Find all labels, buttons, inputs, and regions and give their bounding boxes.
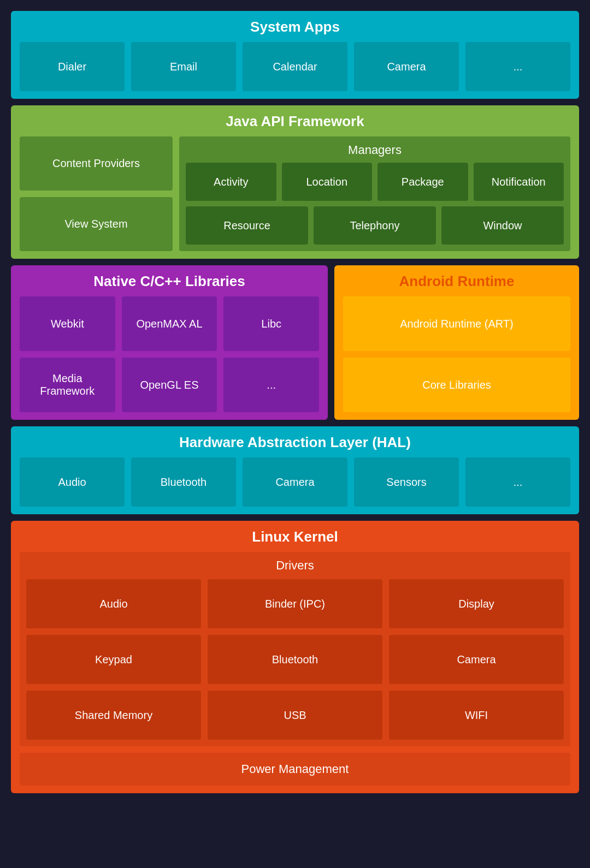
list-item: USB [208, 691, 382, 740]
java-api-layer: Java API Framework Content Providers Vie… [11, 105, 579, 259]
list-item: View System [20, 197, 173, 251]
list-item: Content Providers [20, 136, 173, 191]
list-item: Libc [223, 296, 319, 351]
system-apps-layer: System Apps Dialer Email Calendar Camera… [11, 11, 579, 99]
system-apps-title: System Apps [20, 19, 570, 35]
hal-items: Audio Bluetooth Camera Sensors ... [20, 457, 570, 507]
list-item: Shared Memory [26, 691, 201, 740]
list-item: Package [377, 163, 468, 201]
list-item: Dialer [20, 42, 125, 91]
linux-kernel-layer: Linux Kernel Drivers Audio Binder (IPC) … [11, 521, 579, 793]
list-item: Notification [474, 163, 564, 201]
list-item: Camera [389, 635, 564, 684]
list-item: Android Runtime (ART) [343, 296, 570, 351]
drivers-grid: Audio Binder (IPC) Display Keypad Blueto… [26, 579, 564, 740]
native-runtime-row: Native C/C++ Libraries Webkit OpenMAX AL… [11, 265, 579, 420]
power-management: Power Management [20, 753, 570, 786]
java-api-inner: Content Providers View System Managers A… [20, 136, 570, 251]
list-item: WIFI [389, 691, 564, 740]
list-item: Audio [20, 457, 125, 507]
list-item: Webkit [20, 296, 115, 351]
native-cpp-title: Native C/C++ Libraries [20, 273, 319, 290]
native-cpp-layer: Native C/C++ Libraries Webkit OpenMAX AL… [11, 265, 328, 420]
list-item: Resource [186, 206, 308, 245]
list-item: Binder (IPC) [208, 579, 382, 628]
managers-row-2: Resource Telephony Window [186, 206, 564, 245]
list-item: Core Libraries [343, 358, 570, 412]
list-item: Bluetooth [131, 457, 236, 507]
list-item: Window [441, 206, 564, 245]
android-runtime-layer: Android Runtime Android Runtime (ART) Co… [334, 265, 579, 420]
list-item: Sensors [354, 457, 459, 507]
drivers-section: Drivers Audio Binder (IPC) Display Keypa… [20, 552, 570, 746]
list-item: ... [465, 42, 570, 91]
android-runtime-title: Android Runtime [343, 273, 570, 290]
list-item: Audio [26, 579, 201, 628]
list-item: Media Framework [20, 358, 115, 412]
drivers-title: Drivers [26, 558, 564, 573]
list-item: Display [389, 579, 564, 628]
hal-layer: Hardware Abstraction Layer (HAL) Audio B… [11, 426, 579, 514]
list-item: Calendar [243, 42, 347, 91]
managers-row-1: Activity Location Package Notification [186, 163, 564, 201]
managers-title: Managers [186, 143, 564, 157]
list-item: Telephony [314, 206, 436, 245]
list-item: ... [223, 358, 319, 412]
list-item: Location [282, 163, 373, 201]
list-item: Activity [186, 163, 276, 201]
java-api-left: Content Providers View System [20, 136, 173, 251]
list-item: OpenMAX AL [122, 296, 217, 351]
list-item: Camera [354, 42, 459, 91]
list-item: ... [465, 457, 570, 507]
native-cpp-grid: Webkit OpenMAX AL Libc Media Framework O… [20, 296, 319, 412]
list-item: Keypad [26, 635, 201, 684]
list-item: Bluetooth [208, 635, 382, 684]
linux-kernel-title: Linux Kernel [20, 528, 570, 545]
list-item: Camera [243, 457, 347, 507]
managers-section: Managers Activity Location Package Notif… [179, 136, 570, 251]
list-item: Email [131, 42, 236, 91]
java-api-title: Java API Framework [20, 113, 570, 130]
hal-title: Hardware Abstraction Layer (HAL) [20, 434, 570, 451]
system-apps-items: Dialer Email Calendar Camera ... [20, 42, 570, 91]
managers-grid: Activity Location Package Notification R… [186, 163, 564, 245]
list-item: OpenGL ES [122, 358, 217, 412]
